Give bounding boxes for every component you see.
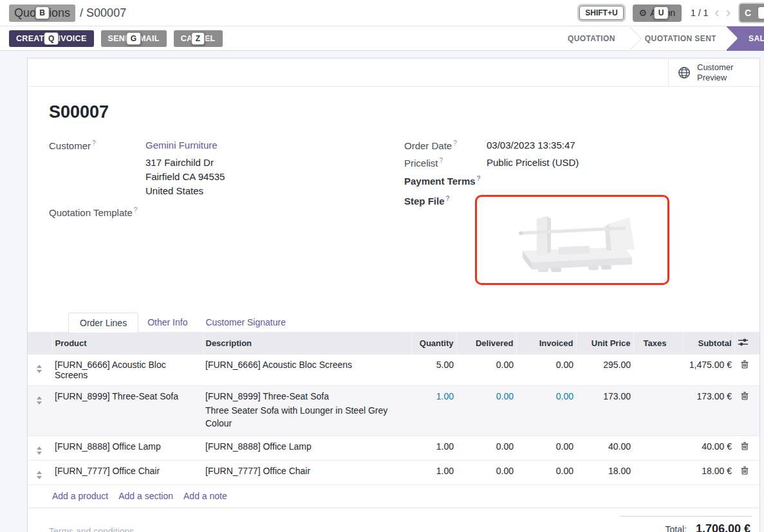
tab-order-lines[interactable]: Order Lines [68,313,138,333]
delivered-cell[interactable]: 0.00 [456,436,516,460]
gear-icon: ⚙ [639,8,648,17]
globe-icon [678,66,691,79]
optional-columns-toggle[interactable] [734,332,759,354]
column-header-unit-price[interactable]: Unit Price [576,332,633,354]
unit-price-cell[interactable]: 18.00 [576,460,633,484]
add-a-note-link[interactable]: Add a note [183,491,227,501]
customer-label: Customer? [49,140,145,197]
sliders-icon [738,338,749,347]
product-cell[interactable]: [FURN_8888] Office Lamp [52,436,203,460]
order-line-row[interactable]: [FURN_8888] Office Lamp [FURN_8888] Offi… [28,436,759,460]
customer-link[interactable]: Gemini Furniture [145,140,218,151]
send-email-button[interactable]: SEND EMAIL G [101,30,167,47]
taxes-cell[interactable] [633,436,683,460]
sheet-body: S00007 Customer? Gemini Furniture 317 Fa… [28,87,759,332]
order-line-row[interactable]: [FURN_8999] Three-Seat Sofa [FURN_8999] … [28,386,759,436]
create-invoice-button[interactable]: CREATE INVOICE Q [9,30,94,47]
status-bar: QUOTATION QUOTATION SENT SALES ORDER [557,26,764,51]
subtotal-cell: 1,475.00 € [683,354,734,386]
column-header-description[interactable]: Description [203,332,411,354]
quantity-cell[interactable]: 5.00 [411,354,456,386]
tab-customer-signature[interactable]: Customer Signature [196,313,295,332]
column-header-quantity[interactable]: Quantity [411,332,456,354]
column-header-taxes[interactable]: Taxes [633,332,683,354]
column-header-delivered[interactable]: Delivered [456,332,516,354]
customer-field: Customer? Gemini Furniture 317 Fairchild… [49,140,404,197]
keyboard-hint-send-email: G [126,32,142,45]
column-header-invoiced[interactable]: Invoiced [516,332,576,354]
invoiced-cell[interactable]: 0.00 [516,460,576,484]
status-step-quotation-sent[interactable]: QUOTATION SENT [635,34,727,43]
unit-price-cell[interactable]: 295.00 [576,354,633,386]
column-header-product[interactable]: Product [52,332,203,354]
status-step-separator-icon [618,27,642,51]
payment-terms-field[interactable]: Payment Terms? [404,175,738,187]
pricelist-field: Pricelist? Public Pricelist (USD) [404,157,738,169]
address-line-2: Fairfield CA 94535 [145,170,225,184]
column-header-subtotal[interactable]: Subtotal [683,332,734,354]
unit-price-cell[interactable]: 40.00 [576,436,633,460]
pricelist-label: Pricelist? [404,157,487,169]
taxes-cell[interactable] [633,460,683,484]
product-cell[interactable]: [FURN_6666] Acoustic Bloc Screens [52,354,203,386]
quantity-cell[interactable]: 1.00 [411,460,456,484]
step-file-label: Step File? [404,195,487,285]
delivered-cell[interactable]: 0.00 [456,386,516,436]
trash-icon[interactable] [741,360,749,371]
pricelist-value[interactable]: Public Pricelist (USD) [487,157,579,169]
add-a-section-link[interactable]: Add a section [118,491,173,501]
taxes-cell[interactable] [633,386,683,436]
step-file-image[interactable] [475,195,669,285]
description-cell[interactable]: [FURN_8999] Three-Seat Sofa Three Seater… [203,386,411,436]
step-file-field: Step File? [404,195,738,285]
action-menu-button[interactable]: ⚙ Action U [633,5,682,22]
product-cell[interactable]: [FURN_7777] Office Chair [52,460,203,484]
breadcrumb-parent-link[interactable]: Quotations B [9,5,75,22]
terms-and-conditions-input[interactable]: Terms and conditions... [49,526,142,532]
page-title: S00007 [49,102,759,122]
quantity-cell[interactable]: 1.00 [411,436,456,460]
trash-icon[interactable] [741,466,749,477]
table-header-row: Product Description Quantity Delivered I… [28,332,759,354]
customer-preview-button[interactable]: Customer Preview [668,59,759,86]
quotation-template-field[interactable]: Quotation Template? [49,206,404,218]
drag-cell [28,436,52,460]
keyboard-hint-action: U [654,6,669,19]
keyboard-hint-breadcrumb: B [35,6,50,19]
subtotal-cell: 18.00 € [683,460,734,484]
tab-other-info[interactable]: Other Info [138,313,196,332]
order-date-value[interactable]: 03/03/2023 13:35:47 [487,140,575,151]
order-line-row[interactable]: [FURN_6666] Acoustic Bloc Screens [FURN_… [28,354,759,386]
description-cell[interactable]: [FURN_6666] Acoustic Bloc Screens [203,354,411,386]
description-cell[interactable]: [FURN_7777] Office Chair [203,460,411,484]
help-icon: ? [440,157,443,164]
quotation-template-label: Quotation Template? [49,206,145,218]
unit-price-cell[interactable]: 173.00 [576,386,633,436]
drag-handle-icon[interactable] [37,394,42,405]
taxes-cell[interactable] [633,354,683,386]
status-step-quotation[interactable]: QUOTATION [557,34,626,43]
drag-handle-icon[interactable] [37,445,42,455]
quantity-cell[interactable]: 1.00 [411,386,456,436]
invoiced-cell[interactable]: 0.00 [516,354,576,386]
pager-next-icon[interactable]: › [726,6,731,19]
add-a-product-link[interactable]: Add a product [52,491,108,501]
trash-icon[interactable] [741,442,749,452]
product-cell[interactable]: [FURN_8999] Three-Seat Sofa [52,386,203,436]
description-cell[interactable]: [FURN_8888] Office Lamp [203,436,411,460]
cancel-button[interactable]: CANCEL Z [174,30,223,47]
delivered-cell[interactable]: 0.00 [456,354,516,386]
create-button-partial[interactable]: C [740,4,764,22]
keyboard-hint-shift-u: SHIFT+U [579,6,623,20]
status-step-sales-order-active[interactable]: SALES ORDER [727,26,764,51]
invoiced-cell[interactable]: 0.00 [516,386,576,436]
drag-handle-icon[interactable] [37,469,42,479]
pager-previous-icon[interactable]: ‹ [714,6,719,19]
drag-handle-icon[interactable] [37,363,42,373]
trash-icon[interactable] [741,392,749,402]
drag-cell [28,354,52,386]
delivered-cell[interactable]: 0.00 [456,460,516,484]
invoiced-cell[interactable]: 0.00 [516,436,576,460]
order-lines-body: [FURN_6666] Acoustic Bloc Screens [FURN_… [28,354,759,484]
order-line-row[interactable]: [FURN_7777] Office Chair [FURN_7777] Off… [28,460,759,484]
